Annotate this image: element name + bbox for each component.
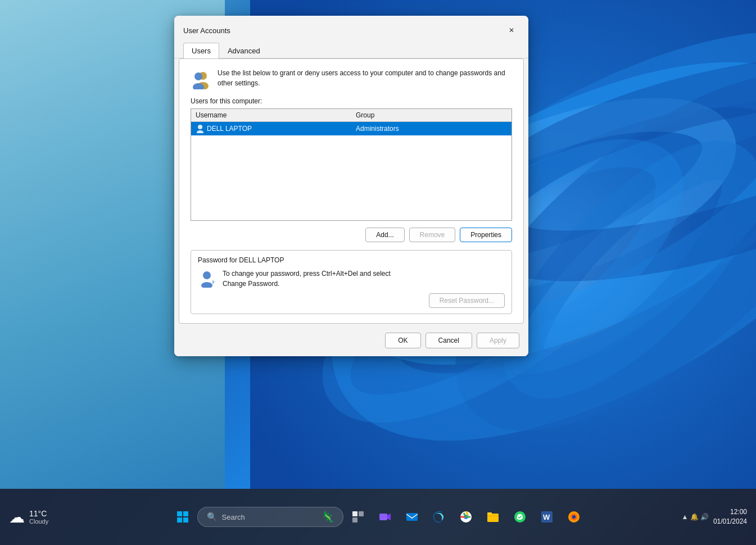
apply-button[interactable]: Apply [477, 333, 519, 348]
svg-rect-23 [352, 517, 357, 523]
svg-marker-25 [387, 514, 391, 520]
password-content: To change your password, press Ctrl+Alt+… [198, 269, 505, 289]
user-accounts-dialog: User Accounts ✕ Users Advanced [174, 16, 528, 356]
system-tray: ▲ 🔔 🔊 12:0001/01/2024 [681, 507, 747, 526]
svg-marker-16 [212, 280, 215, 284]
svg-point-15 [201, 282, 212, 288]
desktop: User Accounts ✕ Users Advanced [0, 0, 756, 545]
remove-button[interactable]: Remove [409, 228, 456, 242]
tray-icons: ▲ 🔔 🔊 [681, 513, 709, 521]
firefox-button[interactable] [562, 505, 586, 529]
edge-icon [432, 510, 446, 524]
word-button[interactable]: W [535, 505, 559, 529]
header-description: Use the list below to grant or deny user… [218, 68, 512, 88]
teams-icon [378, 510, 392, 524]
user-row-icon [196, 124, 205, 133]
svg-rect-24 [379, 514, 387, 520]
svg-rect-21 [352, 511, 357, 516]
taskbar-items: 🔍 Search 🦎 [170, 505, 586, 529]
properties-button[interactable]: Properties [460, 228, 512, 242]
chrome-icon [459, 510, 473, 524]
whatsapp-button[interactable] [508, 505, 532, 529]
user-action-buttons: Add... Remove Properties [191, 228, 512, 242]
dialog-titlebar: User Accounts ✕ [174, 16, 528, 43]
reset-password-button[interactable]: Reset Password... [429, 293, 505, 308]
users-group-icon [191, 69, 211, 89]
password-text: To change your password, press Ctrl+Alt+… [223, 269, 391, 289]
windows-logo-icon [176, 511, 189, 523]
tabs-container: Users Advanced [174, 43, 528, 58]
svg-point-13 [197, 130, 203, 133]
tab-users[interactable]: Users [183, 43, 219, 58]
svg-text:W: W [543, 513, 550, 521]
teams-button[interactable] [373, 505, 397, 529]
weather-desc: Cloudy [29, 518, 48, 525]
search-bar[interactable]: 🔍 Search 🦎 [197, 507, 343, 527]
svg-rect-19 [177, 517, 182, 523]
col-group: Group [351, 109, 511, 121]
svg-point-14 [203, 271, 211, 279]
mail-icon [405, 510, 419, 524]
dialog-title: User Accounts [183, 26, 230, 35]
svg-rect-26 [406, 513, 418, 521]
users-section-label: Users for this computer: [191, 97, 512, 105]
explorer-button[interactable] [481, 505, 505, 529]
word-icon: W [540, 510, 554, 524]
search-text: Search [222, 513, 245, 521]
svg-rect-29 [487, 514, 499, 522]
table-header: Username Group [191, 109, 511, 122]
svg-rect-17 [177, 511, 182, 516]
search-icon: 🔍 [207, 512, 218, 522]
svg-point-36 [572, 515, 576, 519]
tab-advanced[interactable]: Advanced [219, 43, 269, 58]
svg-rect-30 [487, 512, 492, 515]
password-section: Password for DELL LAPTOP To change your … [191, 250, 512, 314]
weather-icon: ☁ [9, 508, 25, 526]
svg-rect-22 [359, 511, 364, 516]
virtual-desktop-button[interactable] [346, 505, 370, 529]
clock[interactable]: 12:0001/01/2024 [713, 507, 747, 526]
cell-group: Administrators [351, 122, 511, 135]
users-list[interactable]: Username Group DELL LAPTOP Administrator… [191, 108, 512, 221]
cell-username: DELL LAPTOP [191, 122, 351, 135]
ok-button[interactable]: OK [385, 333, 420, 348]
dialog-content: Use the list below to grant or deny user… [179, 58, 524, 324]
svg-point-10 [194, 72, 202, 80]
add-button[interactable]: Add... [365, 228, 404, 242]
svg-rect-18 [183, 511, 188, 516]
explorer-icon [486, 510, 500, 524]
edge-button[interactable] [427, 505, 451, 529]
firefox-icon [567, 510, 581, 524]
svg-point-12 [198, 125, 202, 129]
dialog-footer: OK Cancel Apply [174, 328, 528, 356]
password-section-label: Password for DELL LAPTOP [198, 256, 505, 264]
virtual-desktop-icon [352, 511, 364, 523]
password-user-icon [198, 270, 216, 288]
taskbar-inner: ☁ 11°C Cloudy [0, 489, 756, 545]
whatsapp-icon [513, 510, 527, 524]
chrome-button[interactable] [454, 505, 478, 529]
mail-button[interactable] [400, 505, 424, 529]
start-button[interactable] [170, 505, 195, 529]
close-button[interactable]: ✕ [504, 22, 519, 38]
search-mascot-icon: 🦎 [322, 511, 334, 523]
weather-info: 11°C Cloudy [29, 509, 48, 525]
cancel-button[interactable]: Cancel [425, 333, 472, 348]
taskbar: ☁ 11°C Cloudy [0, 489, 756, 545]
header-section: Use the list below to grant or deny user… [191, 68, 512, 89]
weather-widget[interactable]: ☁ 11°C Cloudy [9, 508, 48, 526]
weather-temp: 11°C [29, 509, 48, 518]
svg-rect-20 [183, 517, 188, 523]
table-row[interactable]: DELL LAPTOP Administrators [191, 122, 511, 135]
col-username: Username [191, 109, 351, 121]
